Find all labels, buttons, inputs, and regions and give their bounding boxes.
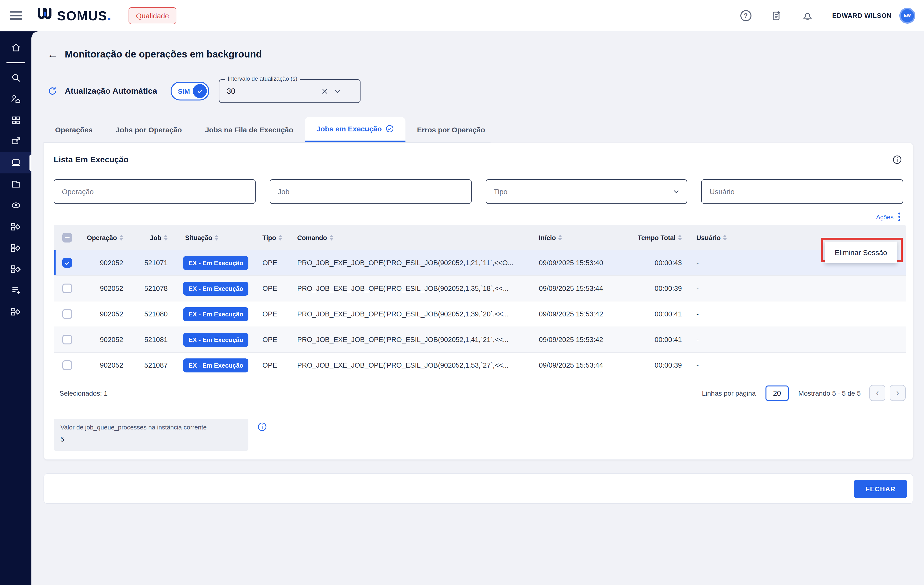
info-icon[interactable]	[257, 422, 267, 432]
interval-input[interactable]	[227, 87, 318, 96]
sidebar-item-home[interactable]	[0, 37, 31, 58]
release-notes-icon[interactable]	[771, 9, 783, 22]
filter-usuario	[701, 179, 903, 204]
filter-tipo-select[interactable]	[493, 188, 668, 196]
sort-icon	[279, 235, 282, 241]
brand-dot: .	[107, 7, 111, 24]
row-checkbox[interactable]	[62, 335, 72, 344]
sidebar-item-location[interactable]	[0, 194, 31, 216]
table-row[interactable]: 902052 521078 EX - Em Execução OPE PRO_J…	[54, 276, 906, 302]
rows-per-page-input[interactable]	[766, 385, 789, 401]
close-button[interactable]: FECHAR	[854, 480, 907, 498]
job-queue-info-box: Valor de job_queue_processes na instânci…	[54, 419, 248, 451]
page-title: Monitoração de operações em background	[65, 49, 262, 60]
chevron-down-icon[interactable]	[673, 188, 680, 195]
info-icon[interactable]	[892, 155, 902, 165]
tab-jobs-na-fila[interactable]: Jobs na Fila de Execução	[193, 117, 305, 142]
sidebar	[0, 31, 31, 585]
col-header-comando[interactable]: Comando	[297, 234, 333, 241]
environment-badge: Qualidade	[129, 7, 177, 24]
sidebar-item-list-add[interactable]	[0, 280, 31, 301]
filter-job-input[interactable]	[278, 188, 466, 196]
interval-field: Intervalo de atualização (s)	[219, 79, 361, 103]
sidebar-item-modules-1[interactable]	[0, 216, 31, 237]
sort-icon	[678, 235, 682, 241]
actions-menu-label[interactable]: Ações	[876, 213, 894, 221]
back-button[interactable]: ←	[47, 49, 58, 60]
clear-icon[interactable]	[318, 87, 331, 95]
list-card: Lista Em Execução	[43, 142, 913, 460]
sort-icon	[164, 235, 168, 241]
sidebar-item-monitoring[interactable]	[0, 152, 31, 173]
status-badge: EX - Em Execução	[183, 358, 249, 372]
topbar: somus. Qualidade ? EDWARD WILSON	[0, 0, 924, 31]
interval-field-label: Intervalo de atualização (s)	[225, 75, 300, 82]
col-header-tipo[interactable]: Tipo	[262, 234, 282, 241]
sidebar-item-documents[interactable]	[0, 173, 31, 194]
sidebar-item-patients[interactable]	[0, 88, 31, 110]
sort-icon	[723, 235, 727, 241]
job-queue-label: Valor de job_queue_processes na instânci…	[60, 424, 242, 431]
jobs-table: Operação Job Situação Tipo Comando Iníci…	[54, 225, 906, 378]
filter-usuario-input[interactable]	[710, 188, 898, 196]
tab-erros-por-operacao[interactable]: Erros por Operação	[406, 117, 497, 142]
avatar[interactable]: EW	[899, 8, 915, 23]
row-checkbox[interactable]	[62, 283, 72, 293]
col-header-operacao[interactable]: Operação	[87, 234, 123, 241]
select-all-checkbox[interactable]	[62, 233, 72, 242]
filter-operacao-input[interactable]	[62, 188, 250, 196]
refresh-icon[interactable]	[47, 86, 58, 96]
col-header-situacao[interactable]: Situação	[185, 234, 219, 241]
next-page-button[interactable]: ›	[890, 385, 906, 401]
topbar-actions: ? EDWARD WILSON EW	[739, 8, 924, 23]
auto-refresh-toggle[interactable]: SIM	[171, 82, 209, 101]
filter-operacao	[54, 179, 256, 204]
tab-operacoes[interactable]: Operações	[43, 117, 104, 142]
filter-tipo[interactable]	[485, 179, 688, 204]
check-circle-icon	[386, 125, 394, 133]
sidebar-item-dashboard[interactable]	[0, 110, 31, 131]
sidebar-item-search[interactable]	[0, 67, 31, 88]
showing-range-label: Mostrando 5 - 5 de 5	[799, 389, 861, 397]
table-row[interactable]: 902052 521087 EX - Em Execução OPE PRO_J…	[54, 353, 906, 378]
sort-icon	[119, 235, 123, 241]
status-badge: EX - Em Execução	[183, 333, 249, 347]
status-badge: EX - Em Execução	[183, 256, 249, 270]
user-name: EDWARD WILSON	[832, 12, 892, 19]
col-header-inicio[interactable]: Início	[539, 234, 562, 241]
col-header-usuario[interactable]: Usuário	[696, 234, 727, 241]
table-row[interactable]: 902052 521081 EX - Em Execução OPE PRO_J…	[54, 327, 906, 353]
row-checkbox[interactable]	[62, 360, 72, 370]
kebab-menu-icon[interactable]	[898, 213, 900, 221]
row-checkbox[interactable]	[62, 309, 72, 319]
sidebar-item-modules-4[interactable]	[0, 301, 31, 322]
sidebar-item-modules-2[interactable]	[0, 237, 31, 259]
col-header-job[interactable]: Job	[150, 234, 168, 241]
col-header-tempo-total[interactable]: Tempo Total	[638, 234, 682, 241]
menu-item-eliminar-sessao[interactable]: Eliminar Sessão	[825, 242, 897, 263]
footer-bar: FECHAR	[43, 473, 913, 504]
toggle-check-icon	[193, 84, 207, 98]
menu-hamburger-icon[interactable]	[10, 11, 22, 20]
row-checkbox[interactable]	[62, 258, 72, 268]
table-header-row: Operação Job Situação Tipo Comando Iníci…	[54, 225, 906, 250]
tab-jobs-em-execucao[interactable]: Jobs em Execução	[305, 117, 406, 142]
sort-icon	[215, 235, 219, 241]
chevron-down-icon[interactable]	[331, 87, 343, 95]
tab-jobs-por-operacao[interactable]: Jobs por Operação	[104, 117, 193, 142]
main-content: ← Monitoração de operações em background…	[31, 31, 924, 585]
notifications-bell-icon[interactable]	[801, 9, 814, 22]
help-icon[interactable]: ?	[739, 9, 752, 22]
job-queue-value: 5	[60, 435, 242, 443]
previous-page-button[interactable]: ‹	[870, 385, 885, 401]
sidebar-item-external-link[interactable]	[0, 131, 31, 152]
toggle-value: SIM	[178, 87, 190, 95]
annotation-highlight-box: Eliminar Sessão	[821, 238, 903, 262]
sidebar-active-indicator	[30, 155, 31, 171]
sidebar-item-modules-3[interactable]	[0, 259, 31, 280]
status-badge: EX - Em Execução	[183, 307, 249, 321]
sort-icon	[329, 235, 333, 241]
table-row[interactable]: 902052 521071 EX - Em Execução OPE PRO_J…	[54, 250, 906, 276]
table-row[interactable]: 902052 521080 EX - Em Execução OPE PRO_J…	[54, 302, 906, 327]
brand-name: somus	[57, 9, 107, 24]
